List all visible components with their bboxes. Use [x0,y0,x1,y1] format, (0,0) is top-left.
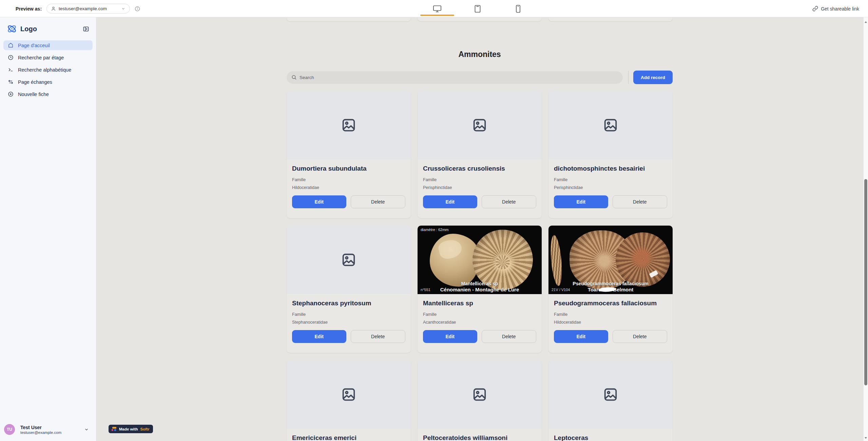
page-title: Ammonites [287,50,673,59]
record-card: Peltoceratoides williamsoniFamilleEditDe… [418,360,542,441]
card-stub [548,18,673,21]
record-card: diamètre : 62mmn°551Mantelliceras spCéno… [418,226,542,353]
edit-button[interactable]: Edit [292,195,346,208]
user-icon [51,6,56,11]
image-placeholder [548,91,673,159]
image-placeholder [418,91,542,159]
photo-caption: Mantelliceras spCénomanien - Montagne de… [418,281,542,292]
specimen-sticker [649,270,658,278]
image-placeholder [287,91,411,159]
record-title: Stephanoceras pyritosum [292,300,405,307]
toolbar-divider [628,71,629,84]
famille-value: Hildoceratidae [292,185,405,190]
sidebar-nav: Page d'acceuilRecherche par étageRecherc… [3,40,93,99]
famille-value: Acanthoceratidae [423,320,536,325]
famille-label: Famille [554,177,667,182]
search-box[interactable] [287,71,623,84]
delete-button[interactable]: Delete [613,195,668,208]
preview-user-select[interactable]: testuser@example.com [46,4,130,14]
record-card: Emericiceras emericiFamilleEditDelete [287,360,411,441]
delete-button[interactable]: Delete [351,195,406,208]
collapse-sidebar-icon[interactable] [83,26,89,32]
record-card: Stephanoceras pyritosumFamilleStephanoce… [287,226,411,353]
image-placeholder-icon [603,387,618,402]
delete-button[interactable]: Delete [613,330,668,343]
sidebar-item[interactable]: Page échanges [3,77,93,87]
delete-button[interactable]: Delete [482,330,537,343]
previous-section-card-stubs [287,18,673,21]
edit-button[interactable]: Edit [554,330,608,343]
record-card: LeptocerasFamilleEditDelete [548,360,673,441]
scroll-up-arrow[interactable] [864,21,867,24]
record-title: Mantelliceras sp [423,300,536,307]
scrollbar[interactable] [864,17,868,441]
image-placeholder [287,226,411,294]
record-card-grid: Dumortiera subundulataFamilleHildocerati… [287,91,673,441]
record-card: dichotomosphinctes besairieiFamillePeris… [548,91,673,218]
sidebar: Logo Page d'acceuilRecherche par étageRe… [0,17,96,441]
search-input[interactable] [300,75,618,80]
record-title: Dumortiera subundulata [292,165,405,172]
home-icon [7,42,14,48]
record-title: Crussoliceras crusoliensis [423,165,536,172]
sidebar-item-label: Nouvelle fiche [18,92,49,97]
info-icon[interactable] [135,6,140,12]
sidebar-item-label: Page échanges [18,79,52,85]
image-placeholder-icon [472,387,487,402]
edit-button[interactable]: Edit [423,330,477,343]
preview-as-label: Preview as: [16,6,42,12]
user-name: Test User [20,425,79,430]
softr-logo-icon [111,427,117,431]
image-placeholder-icon [603,117,618,133]
record-title: Peltoceratoides williamsoni [423,434,536,441]
famille-label: Famille [423,312,536,317]
device-desktop-button[interactable] [420,0,454,17]
add-record-button[interactable]: Add record [633,71,673,84]
sidebar-item-label: Recherche par étage [18,55,64,60]
image-placeholder-icon [341,387,356,402]
card-stub [287,18,411,21]
scrollbar-thumb[interactable] [864,179,867,385]
main-content: Ammonites Add record Dumortiera subundul… [96,17,864,441]
logo-text: Logo [20,25,83,33]
edit-button[interactable]: Edit [554,195,608,208]
record-card: Dumortiera subundulataFamilleHildocerati… [287,91,411,218]
clock-icon [7,55,14,60]
image-placeholder-icon [341,117,356,133]
delete-button[interactable]: Delete [482,195,537,208]
made-with-label: Made with [119,427,138,431]
sidebar-item[interactable]: Nouvelle fiche [3,89,93,99]
get-shareable-link-button[interactable]: Get shareable link [812,0,859,17]
photo-annotation: diamètre : 62mm [421,228,449,232]
famille-label: Famille [554,312,667,317]
device-tablet-button[interactable] [461,0,495,17]
image-placeholder [548,360,673,429]
preview-user-value: testuser@example.com [59,6,118,11]
plus-circle-icon [7,91,14,97]
sidebar-item[interactable]: Recherche alphabétique [3,65,93,75]
user-menu[interactable]: TU Test User testuser@example.com [4,424,89,435]
device-mobile-button[interactable] [501,0,535,17]
chevron-down-icon [121,6,126,11]
famille-value: Hildoceratidae [554,320,667,325]
search-icon [291,75,297,80]
chevron-down-icon [84,427,89,432]
scroll-down-arrow[interactable] [864,436,867,439]
softr-brand-label: Softr [140,427,150,431]
get-shareable-link-label: Get shareable link [821,6,859,12]
terminal-icon [7,67,14,73]
logo-icon [7,24,17,34]
sidebar-item[interactable]: Recherche par étage [3,53,93,62]
fossil-image [549,235,564,286]
made-with-softr-badge[interactable]: Made with Softr [109,425,153,433]
link-icon [812,6,818,12]
edit-button[interactable]: Edit [423,195,477,208]
list-toolbar: Add record [287,71,673,84]
sidebar-item[interactable]: Page d'acceuil [3,40,93,50]
image-placeholder-icon [341,252,356,268]
record-photo: diamètre : 62mmn°551Mantelliceras spCéno… [418,226,542,294]
avatar: TU [4,424,15,435]
edit-button[interactable]: Edit [292,330,346,343]
delete-button[interactable]: Delete [351,330,406,343]
image-placeholder-icon [472,117,487,133]
